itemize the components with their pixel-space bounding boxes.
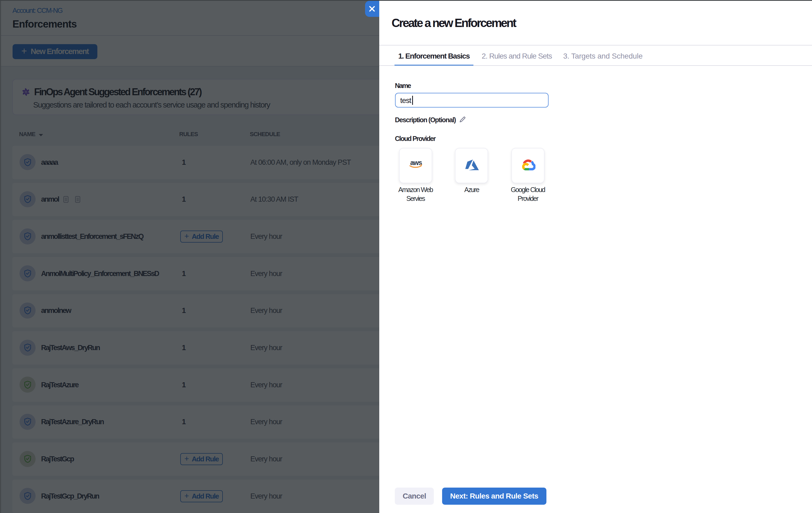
svg-text:aws: aws bbox=[410, 160, 422, 166]
